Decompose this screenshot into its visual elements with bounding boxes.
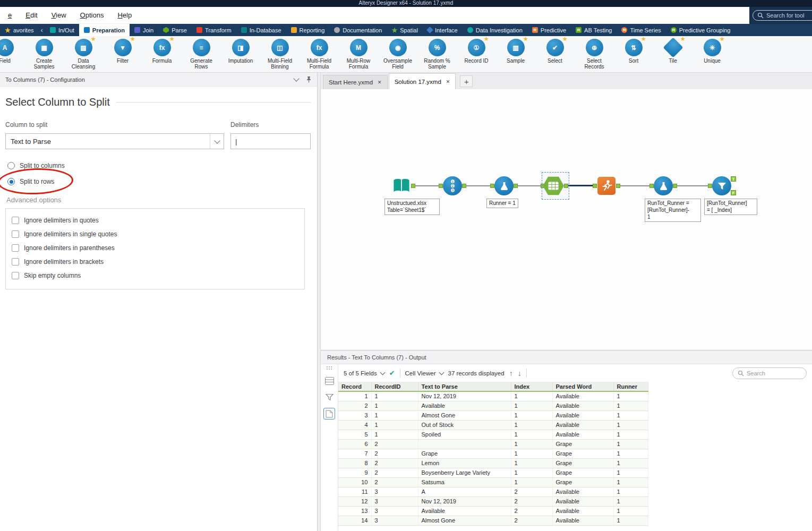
results-cell[interactable]: 1 — [613, 496, 648, 506]
results-cell[interactable]: Out of Stock — [418, 420, 511, 430]
checkbox-skip-empty-columns[interactable]: Skip empty columns — [12, 269, 304, 282]
results-cell[interactable]: 3 — [371, 496, 418, 506]
results-cell[interactable]: 1 — [511, 477, 552, 487]
ribbon-scroll-left-icon[interactable]: ‹ — [39, 24, 45, 36]
results-column-header-recordid[interactable]: RecordID — [371, 382, 418, 391]
results-cell[interactable]: Grape — [552, 439, 613, 449]
output-anchor[interactable] — [462, 184, 466, 188]
results-cell[interactable]: Nov 12, 2019 — [418, 496, 511, 506]
results-cell[interactable]: A — [418, 487, 511, 496]
ribbon-tab-interface[interactable]: Interface — [423, 24, 463, 36]
true-output-anchor[interactable]: T — [731, 176, 736, 182]
results-cell[interactable]: Boysenberry Large Variety — [418, 468, 511, 477]
results-cell[interactable]: 1 — [613, 449, 648, 458]
results-cell[interactable]: 3 — [371, 487, 418, 496]
results-cell[interactable]: Available — [418, 401, 511, 410]
input-anchor[interactable] — [649, 184, 654, 188]
menu-item-view[interactable]: View — [45, 11, 73, 19]
column-to-split-select[interactable]: Text to Parse — [5, 133, 224, 149]
palette-tool-field[interactable]: AField — [0, 39, 24, 64]
results-cell[interactable]: Available — [418, 506, 511, 516]
results-cell[interactable]: 2 — [371, 468, 418, 477]
results-cell[interactable]: 3 — [371, 506, 418, 516]
radio-split-to-columns[interactable]: Split to columns — [5, 158, 311, 174]
results-cell[interactable]: 1 — [511, 420, 552, 430]
results-cell[interactable]: Available — [552, 410, 613, 420]
palette-tool-multi-field-formula[interactable]: fxMulti-Field Formula — [300, 39, 339, 70]
palette-tool-tile[interactable]: ★Tile — [653, 39, 693, 64]
palette-tool-generate-rows[interactable]: ≡Generate Rows — [182, 39, 221, 70]
results-cell[interactable]: 1 — [371, 401, 418, 410]
palette-tool-multi-row-formula[interactable]: MMulti-Row Formula — [339, 39, 378, 70]
results-cell[interactable]: Available — [552, 430, 613, 439]
results-cell[interactable]: 2 — [371, 449, 418, 458]
menu-item-options[interactable]: Options — [73, 11, 111, 19]
tool-search-input[interactable]: Search for tool — [753, 10, 812, 21]
delimiters-input[interactable] — [230, 133, 311, 149]
results-cell[interactable]: 1 — [511, 410, 552, 420]
fields-dropdown[interactable]: 5 of 5 Fields — [344, 370, 384, 376]
results-filter-icon[interactable] — [323, 391, 335, 403]
close-tab-icon[interactable]: ✕ — [446, 79, 450, 84]
ribbon-tab-documentation[interactable]: Documentation — [329, 24, 387, 36]
palette-tool-select-records[interactable]: ⊕Select Records — [575, 39, 614, 70]
results-cell[interactable]: 1 — [511, 449, 552, 458]
results-cell[interactable]: 1 — [613, 439, 648, 449]
ribbon-tab-spatial[interactable]: ★Spatial — [387, 24, 423, 36]
output-anchor[interactable] — [411, 184, 415, 188]
results-cell[interactable] — [418, 439, 511, 449]
ribbon-tab-join[interactable]: Join — [130, 24, 158, 36]
ribbon-tab-data-investigation[interactable]: Data Investigation — [463, 24, 527, 36]
results-column-header-runner[interactable]: Runner — [613, 382, 648, 391]
results-cell[interactable]: 2 — [338, 401, 371, 410]
checkbox-ignore-delimiters-in-quotes[interactable]: Ignore delimiters in quotes — [12, 213, 304, 227]
results-cell[interactable]: Grape — [552, 468, 613, 477]
results-cell[interactable]: Grape — [552, 458, 613, 468]
results-cell[interactable]: 1 — [613, 516, 648, 525]
palette-tool-multi-field-binning[interactable]: ◫Multi-Field Binning — [260, 39, 300, 70]
chevron-down-icon[interactable] — [293, 75, 299, 81]
canvas-tab-start-here-yxmd[interactable]: Start Here.yxmd✕ — [323, 75, 388, 89]
results-cell[interactable]: 1 — [511, 401, 552, 410]
cell-viewer-dropdown[interactable]: Cell Viewer — [405, 370, 443, 376]
ribbon-tab-reporting[interactable]: Reporting — [286, 24, 330, 36]
results-cell[interactable]: Available — [552, 496, 613, 506]
results-cell[interactable]: 1 — [511, 430, 552, 439]
results-cell[interactable]: Grape — [552, 477, 613, 487]
ribbon-tab-predictive-grouping[interactable]: RPredictive Grouping — [666, 24, 736, 36]
checkbox-ignore-delimiters-in-single-quotes[interactable]: Ignore delimiters in single quotes — [12, 227, 304, 241]
results-cell[interactable]: 4 — [338, 420, 371, 430]
palette-tool-imputation[interactable]: ◨Imputation — [221, 39, 260, 64]
results-cell[interactable]: Satsuma — [418, 477, 511, 487]
ribbon-tab-in-out[interactable]: In/Out — [45, 24, 79, 36]
results-column-header-record[interactable]: Record — [338, 382, 371, 391]
canvas-tab-solution-17-yxmd[interactable]: Solution 17.yxmd✕ — [389, 73, 456, 89]
results-table-icon[interactable] — [323, 375, 335, 387]
palette-tool-sort[interactable]: ⇅★Sort — [614, 39, 653, 64]
results-cell[interactable]: Grape — [552, 449, 613, 458]
results-cell[interactable]: 1 — [613, 487, 648, 496]
results-cell[interactable]: 2 — [371, 439, 418, 449]
ribbon-tab-time-series[interactable]: RTime Series — [617, 24, 665, 36]
results-cell[interactable]: 1 — [371, 420, 418, 430]
ribbon-tab-transform[interactable]: Transform — [192, 24, 236, 36]
results-cell[interactable]: Almost Gone — [418, 410, 511, 420]
ribbon-tab-predictive[interactable]: RPredictive — [527, 24, 571, 36]
results-cell[interactable]: Lemon — [418, 458, 511, 468]
node-runner-macro[interactable] — [597, 176, 616, 195]
ribbon-tab-in-database[interactable]: In-Database — [236, 24, 286, 36]
dropdown-caret[interactable] — [210, 134, 224, 149]
results-cell[interactable]: 1 — [511, 468, 552, 477]
results-cell[interactable]: 1 — [613, 468, 648, 477]
results-cell[interactable]: 3 — [371, 516, 418, 525]
ribbon-tab-parse[interactable]: Parse — [158, 24, 192, 36]
ribbon-tab-ab-testing[interactable]: RAB Testing — [571, 24, 617, 36]
results-cell[interactable]: Spoiled — [418, 430, 511, 439]
drag-grip-icon[interactable] — [326, 366, 332, 370]
results-cell[interactable]: 13 — [338, 506, 371, 516]
palette-tool-formula[interactable]: fx★Formula — [142, 39, 182, 64]
results-notes-icon[interactable] — [323, 408, 335, 419]
menu-item-edit[interactable]: Edit — [19, 11, 44, 19]
output-anchor[interactable] — [514, 184, 518, 188]
results-column-header-text-to-parse[interactable]: Text to Parse — [418, 382, 511, 391]
